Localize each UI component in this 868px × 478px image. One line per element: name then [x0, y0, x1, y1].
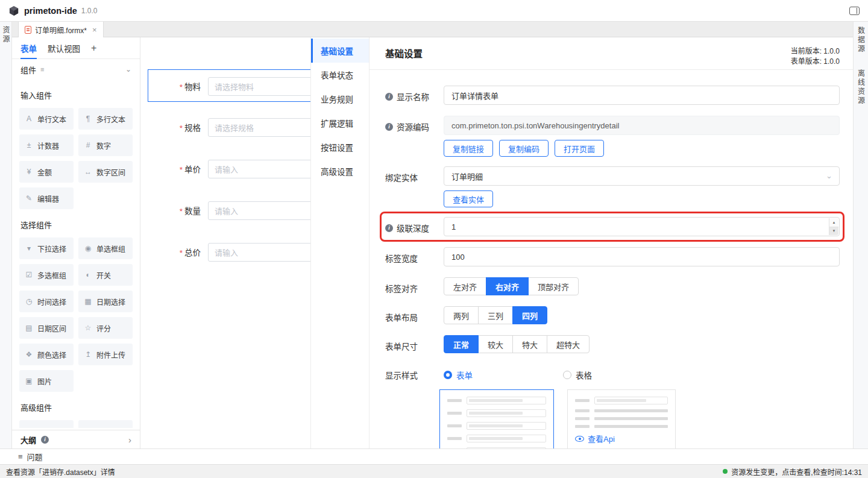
- spinner-down-icon[interactable]: ▼: [829, 227, 838, 236]
- quantity-input[interactable]: 请输入: [208, 201, 310, 220]
- skeleton-bar: [575, 417, 590, 420]
- size-normal[interactable]: 正常: [444, 335, 479, 353]
- component-radio-group[interactable]: ◉单选框组: [78, 237, 133, 259]
- canvas-field-spec[interactable]: *规格 请选择规格: [148, 118, 310, 137]
- unit-price-input[interactable]: 请输入: [208, 160, 310, 178]
- radio-table[interactable]: 表格: [563, 369, 592, 381]
- component-image[interactable]: ▣图片: [19, 370, 74, 392]
- component-counter[interactable]: ±计数器: [19, 134, 74, 156]
- style-previews: 查看Api: [439, 389, 840, 448]
- status-left-text[interactable]: 查看资源「进销存.datasetx」详情: [6, 467, 115, 477]
- table-style-preview[interactable]: 查看Api: [567, 389, 676, 448]
- dropdown-select-icon: ▾: [24, 244, 34, 253]
- display-name-input[interactable]: 订单详情表单: [444, 86, 840, 105]
- label-align-left[interactable]: 左对齐: [444, 277, 486, 295]
- canvas-field-unit-price[interactable]: *单价 请输入: [148, 159, 310, 178]
- setting-row-resource-code: i 资源编码 com.primeton.ton.psi.tonWarehousi…: [385, 116, 840, 157]
- add-view-button[interactable]: +: [91, 43, 96, 54]
- component-single-line-text[interactable]: A单行文本: [19, 108, 74, 130]
- label-width-input[interactable]: 100: [444, 247, 840, 266]
- size-xlarge[interactable]: 特大: [512, 335, 547, 353]
- component-label: 颜色选择: [37, 350, 66, 360]
- component-date-range[interactable]: ▤日期区间: [19, 317, 74, 339]
- eye-icon: [575, 436, 584, 442]
- cascade-depth-input[interactable]: 1 ▲ ▼: [444, 217, 840, 236]
- settings-nav-button-settings[interactable]: 按钮设置: [311, 135, 369, 159]
- outline-bar[interactable]: 大纲 i ›: [12, 430, 140, 448]
- settings-nav-form-state[interactable]: 表单状态: [311, 63, 369, 87]
- skeleton-row: [447, 397, 546, 404]
- skeleton-row: [447, 422, 546, 430]
- component-item-partial[interactable]: [78, 420, 133, 428]
- tab-form[interactable]: 表单: [20, 37, 37, 59]
- total-price-input[interactable]: 请输入: [208, 243, 310, 262]
- material-select-input[interactable]: 请选择物料: [208, 77, 310, 96]
- settings-nav-extend-logic[interactable]: 扩展逻辑: [311, 111, 369, 135]
- spec-select-input[interactable]: 请选择规格: [208, 118, 310, 137]
- collapse-chevron-icon[interactable]: ⌄: [125, 65, 131, 74]
- skeleton-row: [575, 417, 668, 420]
- group-title-advanced: 高级组件: [20, 401, 131, 413]
- component-currency[interactable]: ¥金额: [19, 161, 74, 183]
- status-right[interactable]: 资源发生变更，点击查看,检查时间:14:31: [723, 467, 862, 477]
- radio-group-icon: ◉: [83, 244, 93, 253]
- radio-label: 表格: [576, 369, 592, 381]
- rating-icon: ☆: [83, 324, 93, 332]
- chevron-right-icon[interactable]: ›: [128, 435, 131, 445]
- component-date-picker[interactable]: ▦日期选择: [78, 291, 133, 312]
- datasource-vertical-tab[interactable]: 数据源: [856, 27, 866, 54]
- copy-code-button[interactable]: 复制编码: [499, 140, 549, 157]
- form-canvas[interactable]: *物料 请选择物料 *规格 请选择规格 *单价 请输入 *数量 请输入 *总价 …: [140, 37, 310, 448]
- component-number[interactable]: #数字: [78, 134, 133, 156]
- settings-nav-business-rules[interactable]: 业务规则: [311, 87, 369, 111]
- label-align-top[interactable]: 顶部对齐: [528, 277, 579, 295]
- list-icon: ≡: [18, 452, 23, 461]
- label-align-right[interactable]: 右对齐: [486, 277, 529, 295]
- settings-nav-advanced[interactable]: 高级设置: [311, 159, 369, 183]
- row-head: i 显示名称: [385, 86, 444, 102]
- settings-nav-basic[interactable]: 基础设置: [311, 39, 369, 63]
- component-label: 多选框组: [37, 270, 66, 280]
- canvas-field-material[interactable]: *物料 请选择物料: [148, 77, 310, 96]
- component-checkbox-group[interactable]: ☑多选框组: [19, 264, 74, 286]
- view-api-link[interactable]: 查看Api: [575, 433, 668, 444]
- component-editor[interactable]: ✎编辑器: [19, 187, 74, 209]
- layout-three-col[interactable]: 三列: [478, 306, 513, 324]
- offline-resources-vertical-tab[interactable]: 离线资源: [856, 69, 866, 105]
- radio-form[interactable]: 表单: [444, 369, 473, 381]
- open-page-button[interactable]: 打开页面: [555, 140, 604, 157]
- component-attachment-upload[interactable]: ↥附件上传: [78, 344, 133, 365]
- resources-vertical-tab[interactable]: 资源: [1, 26, 11, 44]
- component-rating[interactable]: ☆评分: [78, 317, 133, 339]
- tab-default-view[interactable]: 默认视图: [48, 37, 80, 59]
- component-color-picker[interactable]: ❖颜色选择: [19, 344, 74, 365]
- problems-bar[interactable]: ≡ 问题: [0, 448, 868, 464]
- size-large[interactable]: 较大: [478, 335, 513, 353]
- form-style-preview[interactable]: [439, 389, 554, 448]
- component-multi-line-text[interactable]: ¶多行文本: [78, 108, 133, 130]
- tab-close-icon[interactable]: ×: [92, 25, 97, 34]
- row-head: 绑定实体: [385, 166, 444, 183]
- component-dropdown-select[interactable]: ▾下拉选择: [19, 237, 74, 259]
- layout-toggle-icon[interactable]: [849, 7, 860, 15]
- component-switch[interactable]: ◐开关: [78, 264, 133, 286]
- layout-two-col[interactable]: 两列: [444, 306, 479, 324]
- bound-entity-select[interactable]: 订单明细 ⌄: [444, 166, 840, 186]
- copy-link-button[interactable]: 复制链接: [444, 140, 493, 157]
- component-time-picker[interactable]: ◷时间选择: [19, 291, 74, 312]
- component-label: 开关: [96, 270, 111, 280]
- canvas-field-quantity[interactable]: *数量 请输入: [148, 201, 310, 220]
- skeleton-bar: [469, 399, 523, 402]
- component-item-partial[interactable]: [19, 420, 74, 428]
- resource-code-value: com.primeton.ton.psi.tonWarehousingentry…: [451, 121, 619, 130]
- upload-icon: ↥: [83, 350, 93, 359]
- spinner-up-icon[interactable]: ▲: [829, 218, 838, 227]
- row-label: 显示名称: [397, 90, 429, 102]
- canvas-field-total-price[interactable]: *总价 请输入: [148, 242, 310, 262]
- size-xxlarge[interactable]: 超特大: [547, 335, 590, 353]
- tab-order-detail-formx[interactable]: 订单明细.formx* ×: [18, 22, 104, 37]
- skeleton-bar: [575, 425, 590, 428]
- view-entity-button[interactable]: 查看实体: [444, 190, 493, 207]
- layout-four-col[interactable]: 四列: [512, 306, 547, 324]
- component-number-range[interactable]: ↔数字区间: [78, 161, 133, 183]
